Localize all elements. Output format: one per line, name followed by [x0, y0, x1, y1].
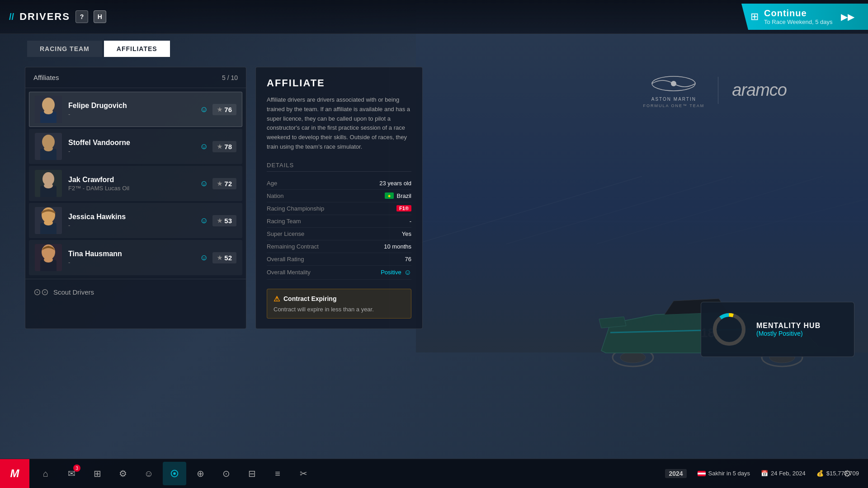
tab-racing-team[interactable]: RACING TEAM — [27, 41, 102, 57]
contract-warning: ⚠ Contract Expiring Contract will expire… — [267, 289, 411, 319]
continue-subtitle: To Race Weekend, 5 days — [764, 19, 833, 25]
rating-badge-stoffel: ★ 78 — [212, 141, 236, 152]
detail-row-contract: Remaining Contract 10 months — [267, 240, 411, 253]
value-contract: 10 months — [384, 243, 411, 250]
driver-stats-jessica: ☺ ★ 53 — [200, 215, 236, 226]
help-button[interactable]: ? — [75, 10, 88, 23]
nav-brand: M — [0, 459, 29, 488]
svg-point-9 — [620, 352, 646, 363]
mood-icon-felipe: ☺ — [200, 105, 208, 114]
messages-badge: 3 — [73, 465, 80, 472]
nav-messages[interactable]: ✉ 3 — [60, 462, 83, 485]
driver-sub-jessica: - — [68, 222, 193, 229]
avatar-jak — [35, 170, 62, 197]
svg-point-7 — [671, 81, 676, 86]
bahrain-flag-icon — [698, 471, 706, 476]
date-text: 24 Feb, 2024 — [771, 470, 806, 477]
panel-title: Affiliates — [33, 74, 59, 81]
location-text: Sakhir in 5 days — [708, 470, 750, 477]
status-money: 💰 $15,777,709 — [816, 470, 859, 477]
affiliate-title: AFFILIATE — [267, 77, 411, 89]
avatar-jessica — [35, 207, 62, 234]
driver-item[interactable]: Jessica Hawkins - ☺ ★ 53 — [29, 203, 242, 238]
am-subtitle: FORMULA ONE™ TEAM — [643, 103, 704, 108]
svg-point-28 — [44, 220, 53, 225]
continue-text: Continue To Race Weekend, 5 days — [764, 8, 833, 25]
status-location: Sakhir in 5 days — [698, 470, 750, 477]
label-nation: Nation — [267, 192, 284, 199]
top-header: // DRIVERS ? H ⊞ Continue To Race Weeken… — [0, 0, 868, 34]
continue-label: Continue — [764, 8, 833, 19]
nav-strategy[interactable]: ⚙ — [111, 462, 135, 485]
rating-value-jak: 72 — [224, 180, 232, 188]
mentality-smiley-icon: ☺ — [404, 268, 411, 277]
avatar-tina — [35, 244, 62, 271]
driver-name-jak: Jak Crawford — [68, 176, 193, 184]
label-age: Age — [267, 180, 277, 187]
drivers-panel: Affiliates 5 / 10 Felipe Drugovich - — [25, 67, 246, 329]
rating-value-stoffel: 78 — [224, 143, 232, 150]
rating-badge-felipe: ★ 76 — [212, 104, 236, 115]
value-nation: ◆ Brazil — [385, 192, 411, 199]
slash-icon: // — [9, 12, 14, 22]
driver-stats-jak: ☺ ★ 72 — [200, 178, 236, 189]
scout-drivers-button[interactable]: ⊙⊙ Scout Drivers — [25, 279, 246, 305]
driver-item[interactable]: Tina Hausmann - ☺ ★ 52 — [29, 240, 242, 275]
driver-item[interactable]: Stoffel Vandoorne - ☺ ★ 78 — [29, 129, 242, 164]
driver-name-tina: Tina Hausmann — [68, 250, 193, 258]
label-rating: Overall Rating — [267, 256, 304, 263]
money-text: $15,777,709 — [826, 470, 859, 477]
detail-row-racing-team: Racing Team - — [267, 215, 411, 228]
mentality-hub[interactable]: MENTALITY HUB (Mostly Positive) — [701, 302, 854, 357]
nav-database[interactable]: ≡ — [266, 462, 289, 485]
nav-transfers[interactable]: ⊟ — [240, 462, 264, 485]
am-name: ASTON MARTIN — [651, 97, 696, 102]
value-age: 23 years old — [379, 180, 411, 187]
nav-scouts[interactable]: ⊙ — [214, 462, 238, 485]
svg-point-38 — [173, 472, 176, 475]
nav-current[interactable] — [163, 462, 186, 485]
tab-affiliates[interactable]: AFFILIATES — [104, 41, 170, 57]
nav-team[interactable]: ⊕ — [189, 462, 212, 485]
svg-line-1 — [506, 176, 732, 244]
detail-row-super-license: Super License Yes — [267, 228, 411, 240]
nav-drivers[interactable]: ☺ — [137, 462, 160, 485]
driver-info-jessica: Jessica Hawkins - — [68, 213, 193, 229]
label-super-license: Super License — [267, 230, 304, 237]
svg-point-24 — [44, 183, 53, 188]
am-wings-icon — [651, 72, 696, 95]
scout-label: Scout Drivers — [53, 288, 94, 296]
continue-button[interactable]: ⊞ Continue To Race Weekend, 5 days ▶▶ — [741, 4, 868, 30]
detail-row-championship: Racing Championship F1® — [267, 202, 411, 215]
panel-header: Affiliates 5 / 10 — [25, 67, 246, 88]
mood-icon-jak: ☺ — [200, 179, 208, 188]
star-icon-jessica: ★ — [217, 217, 222, 224]
driver-sub-stoffel: - — [68, 148, 193, 155]
detail-row-mentality: Overall Mentality Positive ☺ — [267, 266, 411, 280]
tabs-area: RACING TEAM AFFILIATES — [27, 41, 170, 57]
mood-icon-tina: ☺ — [200, 253, 208, 263]
nav-calendar[interactable]: ⊞ — [85, 462, 109, 485]
panel-count: 5 / 10 — [222, 74, 238, 81]
driver-item[interactable]: Jak Crawford F2™ - DAMS Lucas Oil ☺ ★ 72 — [29, 166, 242, 201]
driver-stats-stoffel: ☺ ★ 78 — [200, 141, 236, 152]
nav-home[interactable]: ⌂ — [34, 462, 57, 485]
aramco-logo: aramco — [732, 80, 787, 100]
money-icon: 💰 — [816, 470, 824, 477]
brand-divider — [718, 77, 718, 104]
avatar-felipe — [35, 96, 62, 123]
h-button[interactable]: H — [94, 10, 106, 23]
rating-badge-tina: ★ 52 — [212, 252, 236, 263]
mentality-ring — [711, 311, 747, 347]
value-championship: F1® — [396, 205, 411, 211]
driver-item[interactable]: Felipe Drugovich - ☺ ★ 76 — [29, 92, 242, 127]
driver-name-jessica: Jessica Hawkins — [68, 213, 193, 221]
svg-point-16 — [44, 109, 53, 114]
value-mentality: Positive ☺ — [381, 268, 411, 277]
label-racing-team: Racing Team — [267, 218, 301, 225]
status-date: 📅 24 Feb, 2024 — [761, 470, 806, 477]
page-title: DRIVERS — [19, 11, 70, 23]
nav-contracts[interactable]: ✂ — [292, 462, 315, 485]
detail-row-rating: Overall Rating 76 — [267, 253, 411, 266]
details-section: DETAILS Age 23 years old Nation ◆ Brazil… — [267, 162, 411, 280]
